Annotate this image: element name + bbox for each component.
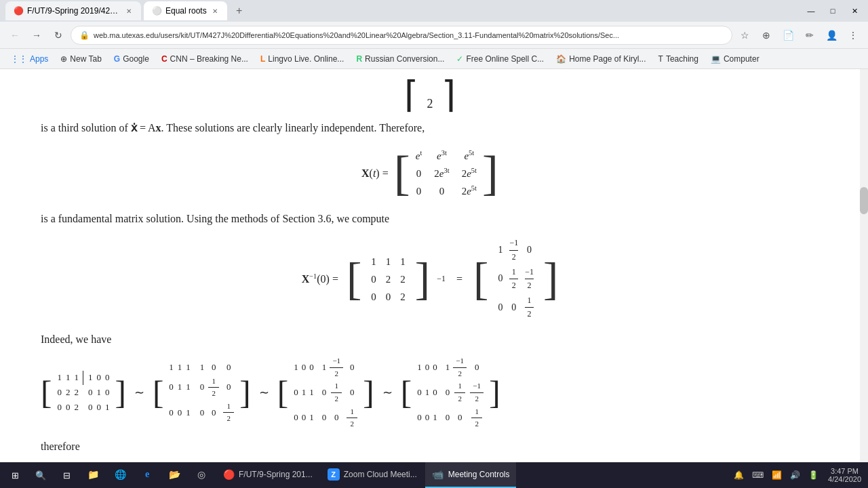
aug-bracket-r3: ] — [363, 378, 374, 407]
tab-2-title: Equal roots — [165, 6, 207, 16]
para1-text: is a third solution of — [41, 122, 131, 134]
annotate-icon[interactable]: ✏ — [800, 26, 819, 45]
xt-equation: X(t) = [ et e3t e5t 0 2e3t 2e5t 0 0 2e5t… — [41, 144, 819, 203]
taskbar-tray: 🔔 ⌨ 📶 🔊 🔋 3:47 PM 4/24/2020 — [731, 467, 865, 483]
xinv-matrix1: 111 022 002 — [367, 251, 410, 308]
bookmark-apps-label: Apps — [30, 54, 48, 64]
extension-icon[interactable]: ⊕ — [757, 26, 776, 45]
start-icon: ⊞ — [12, 470, 19, 481]
aug-bracket-l1: [ — [41, 378, 52, 407]
taskbar-app-ie[interactable]: e — [134, 462, 160, 488]
taskbar-app-explorer[interactable]: 📁 — [80, 462, 106, 488]
bookmark-computer[interactable]: 💻 Computer — [705, 52, 765, 66]
bookmark-google[interactable]: G Google — [108, 52, 155, 66]
bookmark-newtab[interactable]: ⊕ New Tab — [55, 52, 106, 66]
taskbar-app-folder[interactable]: 📂 — [161, 462, 187, 488]
xt-label: X(t) = — [361, 165, 389, 182]
aug-matrix-4: 100 1 −12 0 010 0 12 −12 001 00 12 — [414, 353, 486, 432]
address-bar[interactable]: 🔒 web.ma.utexas.edu/users/kit/UT/M427J%2… — [71, 26, 732, 45]
tab-2[interactable]: ⚪ Equal roots ✕ — [144, 1, 227, 20]
apps-icon: ⋮⋮ — [11, 54, 27, 64]
aug-bracket-l3: [ — [277, 378, 288, 407]
aug-matrix-1: 111 100 022 010 002 001 — [54, 369, 112, 416]
bookmark-lingvo[interactable]: L Lingvo Live. Online... — [255, 52, 349, 66]
time-display: 3:47 PM — [828, 467, 861, 475]
xinv-matrix2: 1 −12 0 0 12 −12 0 0 12 — [494, 234, 538, 323]
bookmark-home[interactable]: 🏠 Home Page of Kiryl... — [551, 52, 651, 66]
matrix-bracket-left-1: [ — [394, 152, 410, 194]
taskbar-app-zoom[interactable]: Z Zoom Cloud Meeti... — [321, 462, 424, 488]
content-area: ⌈ 2 ⌉ is a third solution of ẋ = Ax. The… — [0, 69, 868, 462]
star-icon[interactable]: ☆ — [735, 26, 754, 45]
scrollbar-thumb[interactable] — [860, 187, 868, 214]
bookmark-spell[interactable]: ✓ Free Online Spell C... — [451, 52, 549, 66]
minimize-button[interactable]: — — [803, 3, 819, 19]
bracket-l3: [ — [473, 260, 488, 298]
pdf-icon[interactable]: 📄 — [778, 26, 797, 45]
bookmark-apps[interactable]: ⋮⋮ Apps — [5, 52, 54, 66]
paragraph-2: is a fundamental matrix solution. Using … — [41, 210, 819, 228]
tab-1-close[interactable]: ✕ — [125, 6, 133, 16]
maximize-button[interactable]: □ — [825, 3, 841, 19]
zoom-icon: Z — [328, 468, 340, 481]
back-button[interactable]: ← — [5, 26, 24, 45]
network-icon[interactable]: 📶 — [769, 470, 785, 480]
xinv-label: X−1(0) = — [302, 270, 338, 288]
augmented-eq: [ 111 100 022 010 002 001 ] ∼ [ 111 100 … — [41, 353, 819, 432]
aug-bracket-r2: ] — [239, 378, 250, 407]
bookmark-spell-label: Free Online Spell C... — [466, 54, 544, 64]
matrix-bracket-right-1: ] — [482, 152, 498, 194]
lingvo-icon: L — [260, 54, 265, 64]
volume-icon[interactable]: 🔊 — [787, 470, 803, 480]
google-icon: G — [114, 54, 120, 64]
teaching-icon: T — [658, 54, 663, 64]
system-time: 3:47 PM 4/24/2020 — [824, 467, 865, 483]
close-button[interactable]: ✕ — [846, 3, 863, 19]
menu-icon[interactable]: ⋮ — [844, 26, 863, 45]
page-content: ⌈ 2 ⌉ is a third solution of ẋ = Ax. The… — [0, 69, 860, 462]
start-button[interactable]: ⊞ — [3, 462, 27, 488]
taskbar-app-edge[interactable]: 🌐 — [107, 462, 133, 488]
search-button[interactable]: 🔍 — [28, 462, 53, 488]
notification-icon[interactable]: 🔔 — [731, 470, 747, 480]
explorer-icon: 📁 — [87, 468, 99, 481]
title-bar: 🔴 F/UT/9-Spring 2019/427J/Classe... ✕ ⚪ … — [0, 0, 868, 22]
newtab-icon: ⊕ — [60, 54, 67, 64]
scrollbar[interactable] — [860, 69, 868, 462]
new-tab-button[interactable]: + — [230, 1, 249, 20]
task-view-button[interactable]: ⊟ — [54, 462, 79, 488]
taskbar-app-chrome[interactable]: ◎ — [189, 462, 214, 488]
taskbar-app-course[interactable]: 🔴 F/UT/9-Spring 201... — [216, 462, 319, 488]
search-icon: 🔍 — [35, 470, 46, 481]
tab-2-close[interactable]: ✕ — [211, 6, 219, 16]
tab-1-favicon: 🔴 — [14, 6, 23, 16]
bracket-l2: [ — [347, 260, 361, 298]
aug-bracket-r1: ] — [115, 378, 125, 407]
battery-icon[interactable]: 🔋 — [806, 470, 821, 480]
tab-1[interactable]: 🔴 F/UT/9-Spring 2019/427J/Classe... ✕ — [5, 1, 141, 20]
keyboard-icon[interactable]: ⌨ — [749, 470, 766, 480]
bracket-r3: ] — [543, 260, 558, 298]
spell-icon: ✓ — [456, 54, 463, 64]
bookmark-home-label: Home Page of Kiryl... — [569, 54, 646, 64]
taskbar-app-meeting[interactable]: 📹 Meeting Controls — [425, 462, 517, 488]
tab-2-favicon: ⚪ — [152, 6, 161, 16]
course-label: F/UT/9-Spring 201... — [239, 470, 313, 479]
forward-button[interactable]: → — [27, 26, 46, 45]
aug-bracket-r4: ] — [489, 378, 500, 407]
bookmark-cnn[interactable]: C CNN – Breaking Ne... — [156, 52, 254, 66]
neg1-sup: −1 — [437, 272, 446, 285]
bracket-r2: ] — [415, 260, 430, 298]
refresh-button[interactable]: ↻ — [49, 26, 68, 45]
para1-math: ẋ = Ax. — [131, 122, 164, 134]
profile-icon[interactable]: 👤 — [822, 26, 841, 45]
home-icon: 🏠 — [556, 54, 566, 64]
bookmarks-bar: ⋮⋮ Apps ⊕ New Tab G Google C CNN – Break… — [0, 49, 868, 69]
sim-2: ∼ — [259, 383, 269, 403]
tabs-container: 🔴 F/UT/9-Spring 2019/427J/Classe... ✕ ⚪ … — [5, 1, 249, 20]
url-text: web.ma.utexas.edu/users/kit/UT/M427J%20D… — [94, 31, 724, 39]
aug-matrix-3: 100 1 −12 0 011 0 12 0 001 00 12 — [291, 353, 360, 432]
bookmark-russian[interactable]: R Russian Conversion... — [351, 52, 450, 66]
bookmark-teaching[interactable]: T Teaching — [653, 52, 704, 66]
equals-sign: = — [456, 270, 462, 288]
